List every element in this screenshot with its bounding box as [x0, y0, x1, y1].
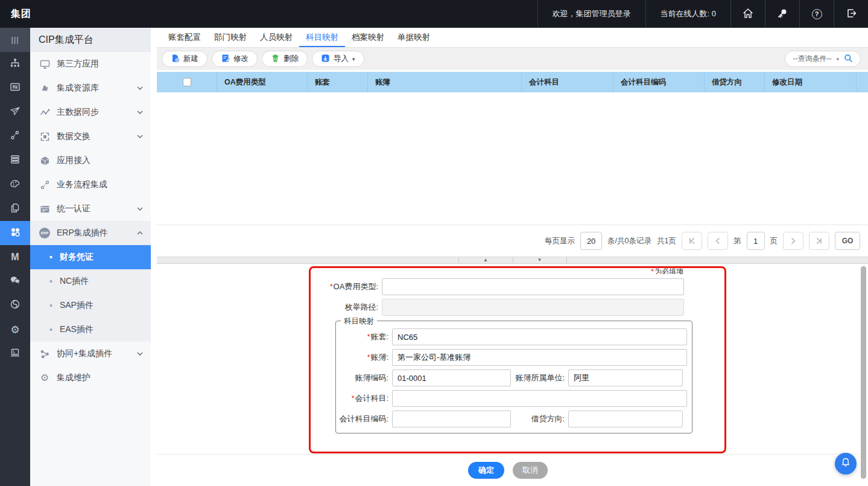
last-page-button[interactable] [809, 232, 829, 250]
sidebar-subitem-finance-voucher[interactable]: • 财务凭证 [30, 245, 151, 269]
oa-expense-type-input[interactable] [382, 278, 684, 295]
tab-personnel-mapping[interactable]: 人员映射 [253, 28, 299, 47]
edit-button[interactable]: 修改 [212, 51, 258, 67]
panel-splitter[interactable]: ▲ ▼ [157, 257, 868, 264]
rail-chat-button[interactable] [0, 269, 30, 293]
send-icon [9, 105, 21, 120]
tab-department-mapping[interactable]: 部门映射 [207, 28, 253, 47]
select-all-checkbox[interactable] [183, 78, 191, 86]
column-header-account-subject[interactable]: 会计科目 [522, 72, 613, 92]
chevron-up-icon [136, 229, 144, 237]
tab-archive-mapping[interactable]: 档案映射 [345, 28, 391, 47]
sidebar-item-data-exchange[interactable]: 数据交换 [30, 124, 151, 149]
required-asterisk: * [651, 268, 654, 274]
query-condition-label: --查询条件-- [793, 54, 831, 64]
rail-m-logo-button[interactable]: M [0, 245, 30, 269]
sidebar-item-master-data-sync[interactable]: 主数据同步 [30, 100, 151, 124]
rail-palette-button[interactable] [0, 173, 30, 197]
column-header-debit-credit[interactable]: 借贷方向 [705, 72, 765, 92]
go-button[interactable]: GO [835, 232, 860, 250]
account-set-input[interactable] [392, 328, 687, 345]
per-page-input[interactable]: 20 [580, 232, 602, 250]
next-page-button[interactable] [783, 232, 803, 250]
column-header-account-book[interactable]: 账簿 [368, 72, 522, 92]
import-icon [321, 54, 330, 65]
rail-terminal-button[interactable] [0, 342, 30, 366]
column-header-oa-expense-type[interactable]: OA费用类型 [217, 72, 308, 92]
account-subject-input[interactable] [392, 390, 687, 407]
new-doc-icon [171, 54, 180, 65]
records-label: 条/共0条记录 [607, 236, 651, 246]
sidebar-subitem-eas-plugin[interactable]: • EAS插件 [30, 318, 151, 342]
page-number-input[interactable]: 1 [747, 232, 765, 250]
rail-documents-button[interactable] [0, 197, 30, 221]
column-header-subject-code[interactable]: 会计科目编码 [613, 72, 705, 92]
collapse-down-button[interactable]: ▼ [513, 257, 567, 263]
topbar-right: 欢迎，集团管理员登录 当前在线人数: 0 ? [537, 0, 868, 28]
help-button[interactable]: ? [799, 0, 834, 28]
first-page-button[interactable] [682, 232, 702, 250]
notification-fab[interactable] [835, 453, 857, 475]
book-code-label: 账簿编码: [336, 372, 392, 383]
rail-process-link-button[interactable] [0, 124, 30, 149]
rail-integration-card-button[interactable] [0, 76, 30, 100]
sidebar-item-integration-maintenance[interactable]: ⚙ 集成维护 [30, 366, 151, 390]
rail-spiral-button[interactable] [0, 293, 30, 318]
rail-apps-button[interactable] [0, 221, 30, 245]
enum-path-input [382, 299, 684, 316]
sidebar-item-app-access[interactable]: 应用接入 [30, 149, 151, 173]
confirm-button[interactable]: 确定 [468, 462, 504, 479]
edit-doc-icon [221, 54, 230, 65]
delete-button[interactable]: 删除 [262, 51, 308, 67]
expand-up-button[interactable]: ▲ [458, 257, 513, 263]
account-book-label: *账簿: [336, 352, 392, 363]
new-button[interactable]: 新建 [162, 51, 207, 67]
rail-org-chart-button[interactable] [0, 52, 30, 76]
auth-window-icon [39, 203, 51, 215]
panel-scrollbar[interactable] [861, 265, 866, 485]
password-button[interactable] [765, 0, 799, 28]
sidebar-item-label: 业务流程集成 [57, 179, 107, 190]
sidebar-item-collab-plugin[interactable]: 协同+集成插件 [30, 342, 151, 366]
logout-icon [845, 7, 857, 21]
collapse-menu-icon: ||| [11, 36, 19, 44]
sidebar-item-unified-auth[interactable]: 统一认证 [30, 197, 151, 221]
scrollbar-thumb[interactable] [861, 266, 866, 479]
account-book-input[interactable] [392, 349, 687, 366]
palette-icon [9, 177, 21, 192]
home-button[interactable] [730, 0, 765, 28]
required-asterisk: * [367, 353, 370, 362]
m-logo-icon: M [11, 252, 19, 262]
column-header-modified-date[interactable]: 修改日期 [765, 72, 857, 92]
form-row-enum-path: 枚举路径: [311, 299, 724, 316]
tab-document-mapping[interactable]: 单据映射 [391, 28, 437, 47]
chevron-down-icon [136, 85, 144, 92]
process-link-icon [9, 129, 21, 144]
required-asterisk: * [330, 283, 333, 291]
tab-account-set-config[interactable]: 账套配置 [162, 28, 207, 47]
sidebar-subitem-sap-plugin[interactable]: • SAP插件 [30, 293, 151, 318]
select-all-cell [157, 72, 217, 92]
column-header-account-set[interactable]: 账套 [308, 72, 368, 92]
search-icon[interactable] [844, 54, 853, 65]
rail-data-stack-button[interactable] [0, 149, 30, 173]
bullet-icon: • [49, 301, 52, 310]
sidebar-item-erp-plugin[interactable]: ERP ERP集成插件 [30, 221, 151, 245]
collapse-menu-button[interactable]: ||| [0, 28, 30, 52]
sidebar-item-integration-repo[interactable]: 集成资源库 [30, 76, 151, 100]
rail-send-button[interactable] [0, 100, 30, 124]
rail-gear-button[interactable]: ⚙ [0, 318, 30, 342]
cancel-button[interactable]: 取消 [513, 462, 548, 479]
subject-code-label: 会计科目编码: [336, 414, 392, 424]
sidebar-subitem-nc-plugin[interactable]: • NC插件 [30, 269, 151, 293]
key-icon [776, 7, 788, 21]
tab-subject-mapping[interactable]: 科目映射 [299, 28, 345, 47]
prev-page-button[interactable] [708, 232, 728, 250]
logout-button[interactable] [834, 0, 868, 28]
bullet-icon: • [49, 253, 52, 261]
sidebar-item-business-process[interactable]: 业务流程集成 [30, 173, 151, 197]
import-button[interactable]: 导入 ▾ [312, 51, 364, 67]
sidebar-item-third-party-app[interactable]: 第三方应用 [30, 52, 151, 76]
sidebar-item-label: ERP集成插件 [57, 228, 108, 238]
query-condition-select[interactable]: --查询条件-- ▾ [785, 51, 861, 67]
